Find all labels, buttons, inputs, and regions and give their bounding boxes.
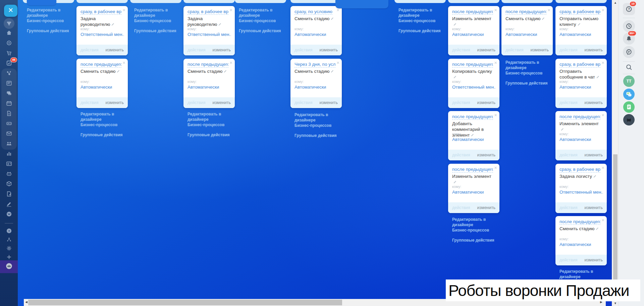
scroll-down-arrow-icon[interactable]: ▼ bbox=[614, 302, 617, 305]
to-value-link[interactable]: Ответственный мен... bbox=[187, 32, 231, 37]
change-button[interactable]: изменить bbox=[477, 100, 495, 105]
robot-card[interactable]: после предыдущего, п...×Копировать сделк… bbox=[448, 59, 499, 108]
robot-trigger-link[interactable]: после предыдущего, п... bbox=[452, 114, 493, 120]
robot-trigger-link[interactable]: сразу, в рабочее врем... bbox=[80, 9, 121, 15]
change-button[interactable]: изменить bbox=[320, 48, 338, 52]
actions-button[interactable]: действия bbox=[559, 48, 578, 52]
to-value-link[interactable]: Автоматически bbox=[294, 32, 338, 37]
actions-button[interactable]: действия bbox=[80, 48, 99, 52]
change-button[interactable]: изменить bbox=[106, 48, 124, 52]
group-actions-link[interactable]: Групповые действия bbox=[505, 81, 559, 86]
edit-in-designer-link[interactable]: Редактировать в дизайнереБизнес-процессо… bbox=[27, 7, 80, 23]
change-button[interactable]: изменить bbox=[585, 153, 603, 157]
change-button[interactable]: изменить bbox=[213, 100, 231, 105]
group-actions-link[interactable]: Групповые действия bbox=[187, 132, 241, 138]
right-sidebar-item-notifications[interactable]: 99+ bbox=[622, 32, 636, 45]
robot-card[interactable]: после предыдущего, п...×Изменить элемент… bbox=[448, 164, 499, 213]
robot-trigger-link[interactable]: после предыдущего bbox=[187, 62, 228, 67]
sidebar-item-mail[interactable] bbox=[0, 129, 18, 139]
sidebar-item-tasks[interactable]: 46 bbox=[0, 59, 18, 69]
robot-trigger-link[interactable]: сразу, в рабочее врем... bbox=[559, 167, 600, 172]
to-value-link[interactable]: Ответственный мен... bbox=[80, 32, 124, 37]
right-sidebar-item-chat-app[interactable] bbox=[622, 88, 636, 101]
close-icon[interactable]: × bbox=[122, 60, 125, 65]
sidebar-item-documents[interactable] bbox=[0, 109, 18, 119]
robot-card[interactable]: сразу, в рабочее врем...×Задача логистук… bbox=[555, 164, 607, 213]
sidebar-item-kanban[interactable] bbox=[0, 79, 18, 89]
close-icon[interactable]: × bbox=[229, 7, 232, 12]
to-value-link[interactable]: Автоматически bbox=[559, 85, 603, 90]
close-icon[interactable]: × bbox=[494, 112, 497, 117]
to-value-link[interactable]: Автоматически bbox=[187, 85, 231, 90]
edit-in-designer-link[interactable]: Редактировать в дизайнереБизнес-процессо… bbox=[505, 60, 559, 76]
to-value-link[interactable]: Автоматически bbox=[80, 85, 124, 90]
actions-button[interactable]: действия bbox=[452, 100, 470, 105]
sidebar-item-drive[interactable] bbox=[0, 119, 18, 129]
edit-in-designer-link[interactable]: Редактировать в дизайнереБизнес-процессо… bbox=[80, 111, 134, 128]
edit-pencil-icon[interactable] bbox=[595, 226, 599, 232]
change-button[interactable]: изменить bbox=[213, 48, 231, 52]
to-value-link[interactable]: Автоматически bbox=[294, 85, 338, 90]
close-icon[interactable]: × bbox=[494, 7, 497, 12]
robot-card[interactable]: после предыдущего×Изменить элементкому:А… bbox=[448, 6, 499, 55]
robot-card[interactable]: после предыдущего×Сменить стадиюкому:Авт… bbox=[501, 6, 553, 55]
actions-button[interactable]: действия bbox=[452, 48, 470, 52]
actions-button[interactable]: действия bbox=[559, 100, 578, 105]
robot-card[interactable]: сразу, в рабочее врем...×Отправить сообщ… bbox=[555, 59, 607, 108]
actions-button[interactable]: действия bbox=[187, 100, 206, 105]
sidebar-item-groups[interactable] bbox=[0, 139, 18, 149]
change-button[interactable]: изменить bbox=[531, 48, 549, 52]
to-value-link[interactable]: Автоматически bbox=[452, 32, 496, 37]
close-icon[interactable]: × bbox=[229, 60, 232, 65]
to-value-link[interactable]: Автоматически bbox=[452, 190, 496, 195]
vertical-scroll-thumb[interactable] bbox=[613, 154, 618, 297]
change-button[interactable]: изменить bbox=[585, 100, 603, 105]
change-button[interactable]: изменить bbox=[477, 205, 495, 210]
close-icon[interactable]: × bbox=[601, 217, 604, 222]
to-value-link[interactable]: Автоматически bbox=[505, 32, 549, 37]
close-icon[interactable]: × bbox=[601, 60, 604, 65]
change-button[interactable]: изменить bbox=[320, 100, 338, 105]
sidebar-item-target[interactable] bbox=[0, 39, 18, 49]
close-icon[interactable]: × bbox=[122, 7, 125, 12]
robot-card[interactable]: Через 3 дня, по услов...×Сменить стадиюк… bbox=[290, 59, 342, 108]
robot-trigger-link[interactable]: после предыдущего bbox=[452, 9, 493, 15]
actions-button[interactable]: действия bbox=[294, 100, 313, 105]
edit-in-designer-link[interactable]: Редактировать в дизайнереБизнес-процессо… bbox=[294, 112, 348, 128]
sidebar-item-tariff-crown[interactable] bbox=[0, 260, 18, 273]
sidebar-item-calendar[interactable] bbox=[0, 99, 18, 109]
right-sidebar-item-search[interactable] bbox=[622, 61, 636, 74]
actions-button[interactable]: действия bbox=[559, 153, 578, 157]
robot-card[interactable]: сразу, по условию×Сменить стадиюкому:Авт… bbox=[290, 6, 342, 55]
sidebar-item-home[interactable] bbox=[0, 29, 18, 39]
change-button[interactable]: изменить bbox=[477, 153, 495, 157]
robot-card[interactable]: сразу, в рабочее врем...×Задача руководи… bbox=[76, 6, 128, 55]
close-icon[interactable]: × bbox=[547, 7, 550, 12]
actions-button[interactable]: действия bbox=[452, 205, 470, 210]
edit-pencil-icon[interactable] bbox=[541, 16, 545, 22]
sidebar-item-filter[interactable] bbox=[0, 18, 18, 29]
scroll-left-arrow-icon[interactable]: ◀ bbox=[25, 300, 28, 304]
actions-button[interactable]: действия bbox=[187, 48, 206, 52]
robot-trigger-link[interactable]: после предыдущего bbox=[80, 62, 121, 67]
sidebar-item-sign[interactable] bbox=[0, 200, 18, 210]
edit-pencil-icon[interactable] bbox=[116, 69, 120, 74]
sidebar-item-catalog[interactable] bbox=[0, 180, 18, 190]
right-sidebar-item-avatar-tt[interactable]: TT bbox=[622, 74, 636, 88]
robot-card[interactable]: после предыдущего×Сменить стадиюкому:Авт… bbox=[76, 59, 128, 108]
edit-pencil-icon[interactable] bbox=[593, 174, 597, 180]
change-button[interactable]: изменить bbox=[585, 48, 603, 52]
change-button[interactable]: изменить bbox=[585, 205, 603, 210]
robot-trigger-link[interactable]: сразу, в рабочее врем... bbox=[559, 62, 600, 67]
group-actions-link[interactable]: Групповые действия bbox=[239, 28, 292, 34]
vertical-scrollbar[interactable]: ▲ ▼ bbox=[612, 0, 619, 306]
edit-in-designer-link[interactable]: Редактировать в дизайнереБизнес-процессо… bbox=[239, 7, 292, 23]
robot-card[interactable]: после предыдущего×Сменить стадиюкому:Авт… bbox=[555, 216, 607, 265]
edit-pencil-icon[interactable] bbox=[223, 69, 227, 74]
edit-in-designer-link[interactable]: Редактировать в дизайнереБизнес-процессо… bbox=[452, 217, 506, 233]
robot-card[interactable]: сразу, в рабочее врем...×Отправить письм… bbox=[555, 6, 607, 55]
right-sidebar-item-helpdesk[interactable]: ?10 bbox=[622, 2, 636, 16]
horizontal-scroll-thumb[interactable] bbox=[28, 300, 342, 305]
right-sidebar-item-docs-app[interactable] bbox=[622, 100, 636, 114]
robot-card[interactable]: после предыдущего, п...×Добавить коммент… bbox=[448, 111, 499, 160]
